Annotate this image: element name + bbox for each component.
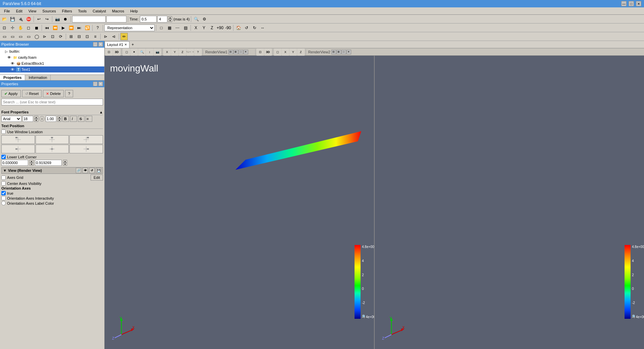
capture-btn[interactable]: 📷 (54, 15, 61, 23)
view-link-btn[interactable]: 🔗 (76, 168, 81, 173)
menu-sources[interactable]: Sources (40, 8, 58, 14)
vp2-orient-y[interactable]: Y (289, 48, 297, 56)
rv1-max[interactable]: □ (238, 50, 243, 54)
orient-rot-pos-btn[interactable]: +90 (216, 24, 224, 32)
time-step-input[interactable] (157, 16, 167, 22)
reset-button[interactable]: ↺ Reset (22, 90, 42, 97)
text1-eye-icon[interactable]: 👁 (11, 67, 15, 71)
font-strike-btn[interactable]: S (78, 116, 85, 122)
icon-t7[interactable]: ⊡ (49, 33, 56, 40)
rv2-close[interactable]: ✕ (346, 50, 351, 54)
font-italic-btn[interactable]: I (70, 116, 77, 122)
pipeline-header-controls[interactable]: _ ✕ (93, 42, 103, 47)
vp2-3d-label[interactable]: 3D (264, 48, 272, 56)
properties-close-btn[interactable]: ✕ (98, 82, 103, 86)
zoom-btn[interactable]: 🔍 (193, 15, 200, 23)
rv1-split-h[interactable]: ⊟ (228, 50, 233, 54)
query-select-btn[interactable]: ? (94, 24, 101, 32)
font-size-spinner[interactable]: ▲ ▼ (34, 116, 38, 122)
menu-macros[interactable]: Macros (109, 8, 127, 14)
redo-btn[interactable]: ↪ (43, 15, 51, 23)
rotate-btn[interactable]: ↺ (243, 24, 250, 32)
orientation-axes-visibility-checkbox[interactable] (1, 191, 6, 195)
icon-t12[interactable]: ≡ (92, 33, 99, 40)
open-btn[interactable]: 📂 (1, 15, 8, 23)
pipeline-min-btn[interactable]: _ (93, 42, 98, 47)
vp-orient-y[interactable]: Y (171, 48, 178, 56)
icon-t2[interactable]: ▭ (9, 33, 16, 40)
vp2-orient-x[interactable]: X (282, 48, 289, 56)
render-view-1[interactable]: movingWall (105, 56, 374, 349)
axes-grid-checkbox[interactable] (1, 176, 6, 180)
font-family-select[interactable]: Arial (1, 116, 21, 122)
view-section-collapse-icon[interactable]: ▼ (3, 168, 7, 172)
surface-edges-btn[interactable]: ▨ (182, 24, 189, 32)
icon-t8[interactable]: ⟳ (57, 33, 64, 40)
menu-help[interactable]: Help (127, 8, 141, 14)
pos-centerleft[interactable] (1, 145, 35, 153)
font-size-input[interactable] (22, 116, 33, 122)
vp-orient-all[interactable]: ↑↓←→ (186, 48, 194, 56)
corner-x-input[interactable] (1, 160, 28, 166)
properties-min-btn[interactable]: _ (93, 82, 98, 86)
icon-t1[interactable]: ▭ (1, 33, 8, 40)
icon-t14[interactable]: ⊲ (110, 33, 117, 40)
layout-tab-1[interactable]: Layout #1 ✕ (105, 41, 129, 48)
record-btn[interactable]: ⏺ (62, 15, 69, 23)
loop-btn[interactable]: 🔁 (84, 24, 91, 32)
apply-button[interactable]: ✔ Apply (1, 90, 21, 97)
vp-cam-btn[interactable]: 📷 (154, 48, 161, 56)
representation-dropdown[interactable]: Representation (104, 24, 155, 31)
properties-search[interactable] (1, 99, 103, 105)
menu-view[interactable]: View (26, 8, 39, 14)
rotate2-btn[interactable]: ↻ (251, 24, 258, 32)
properties-header-controls[interactable]: _ ✕ (93, 82, 103, 86)
opacity-spinner[interactable]: ▲ ▼ (57, 116, 61, 122)
select-points-btn[interactable]: ◼ (33, 24, 40, 32)
icon-t3[interactable]: ▭ (17, 33, 24, 40)
undo-btn[interactable]: ↩ (35, 15, 43, 23)
vp-center-btn[interactable]: ⊡ (105, 48, 113, 56)
vp-select-btn[interactable]: ◻ (123, 48, 130, 56)
rv2-split-v[interactable]: ⊞ (336, 50, 341, 54)
vp2-select-btn[interactable]: ◻ (274, 48, 281, 56)
vp-help-btn[interactable]: ? (194, 48, 202, 56)
layout-tab-1-close[interactable]: ✕ (124, 43, 127, 46)
font-section-collapse-icon[interactable]: ▲ (99, 110, 103, 114)
help-button[interactable]: ? (65, 90, 73, 97)
menu-filters[interactable]: Filters (59, 8, 75, 14)
vp2-orient-z[interactable]: Z (297, 48, 305, 56)
connect-btn[interactable]: 🔌 (17, 15, 24, 23)
vp-interact-btn[interactable]: ↕ (146, 48, 153, 56)
corner-y-spinner[interactable]: ▲ ▼ (63, 160, 67, 166)
pick-btn[interactable]: ☩ (9, 24, 16, 32)
use-window-location-checkbox[interactable] (1, 130, 6, 134)
play-prev-btn[interactable]: ⏪ (51, 24, 59, 32)
disconnect-btn[interactable]: ⛔ (25, 15, 32, 23)
points-btn[interactable]: ⋯ (174, 24, 181, 32)
window-controls[interactable]: — □ ✕ (621, 1, 641, 6)
vp-zoom-btn[interactable]: 🔍 (138, 48, 146, 56)
orient-y-btn[interactable]: Y (200, 24, 208, 32)
corner-x-spinner[interactable]: ▲ ▼ (30, 160, 34, 166)
corner-y-input[interactable] (35, 160, 62, 166)
icon-t11[interactable]: ⊡ (84, 33, 91, 40)
rv1-close[interactable]: ✕ (244, 50, 248, 54)
wireframe-btn[interactable]: ▦ (166, 24, 173, 32)
orient-z-btn[interactable]: Z (208, 24, 216, 32)
tab-properties[interactable]: Properties (0, 75, 25, 80)
icon-t6[interactable]: ⊳ (41, 33, 48, 40)
rv2-split-h[interactable]: ⊟ (331, 50, 336, 54)
add-layout-btn[interactable]: + (131, 42, 134, 47)
vp-3d-label[interactable]: 3D (113, 48, 120, 56)
vp-orient-z[interactable]: Z (179, 48, 186, 56)
select-cells-btn[interactable]: ◻ (25, 24, 32, 32)
orientation-axes-interactivity-checkbox[interactable] (1, 196, 6, 200)
vp-pick-btn[interactable]: ✦ (130, 48, 138, 56)
rv1-split-v[interactable]: ⊞ (233, 50, 238, 54)
pos-center[interactable] (36, 145, 69, 153)
pipeline-item-cavity[interactable]: 👁 📁 cavity.foam (0, 54, 104, 60)
save-btn[interactable]: 💾 (9, 15, 16, 23)
interact-btn[interactable]: ✋ (17, 24, 24, 32)
flip-btn[interactable]: ↔ (259, 24, 266, 32)
